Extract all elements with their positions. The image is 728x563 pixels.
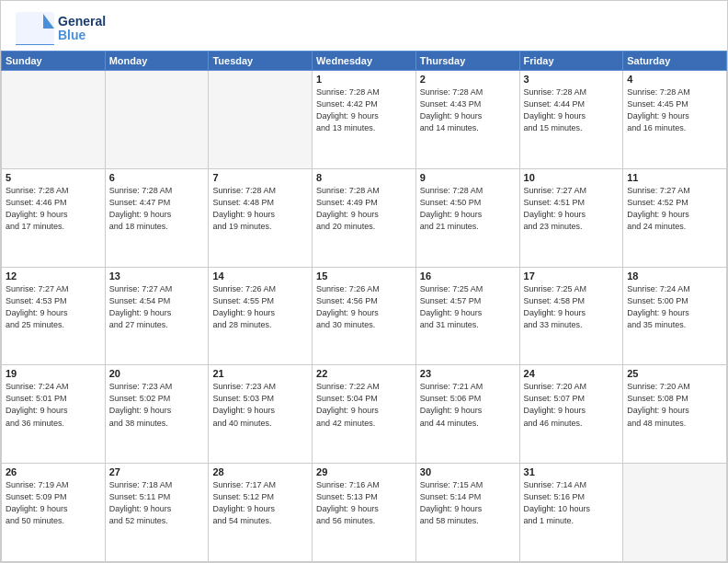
week-row-3: 19Sunrise: 7:24 AM Sunset: 5:01 PM Dayli… (2, 365, 727, 464)
day-cell: 18Sunrise: 7:24 AM Sunset: 5:00 PM Dayli… (623, 267, 727, 365)
logo: General Blue (16, 12, 106, 45)
day-number: 30 (420, 466, 516, 477)
day-info: Sunrise: 7:27 AM Sunset: 4:53 PM Dayligh… (6, 283, 101, 331)
day-info: Sunrise: 7:16 AM Sunset: 5:13 PM Dayligh… (316, 479, 412, 527)
day-info: Sunrise: 7:17 AM Sunset: 5:12 PM Dayligh… (212, 479, 308, 527)
day-info: Sunrise: 7:28 AM Sunset: 4:44 PM Dayligh… (524, 86, 620, 134)
day-number: 9 (420, 172, 516, 183)
day-info: Sunrise: 7:21 AM Sunset: 5:06 PM Dayligh… (420, 381, 516, 429)
week-row-2: 12Sunrise: 7:27 AM Sunset: 4:53 PM Dayli… (2, 267, 727, 365)
weekday-sunday: Sunday (2, 52, 106, 71)
day-info: Sunrise: 7:15 AM Sunset: 5:14 PM Dayligh… (420, 479, 516, 527)
day-cell: 17Sunrise: 7:25 AM Sunset: 4:58 PM Dayli… (519, 267, 623, 365)
day-info: Sunrise: 7:28 AM Sunset: 4:45 PM Dayligh… (627, 86, 722, 134)
weekday-wednesday: Wednesday (313, 52, 416, 71)
logo-general: General (58, 15, 106, 29)
day-cell: 21Sunrise: 7:23 AM Sunset: 5:03 PM Dayli… (209, 365, 313, 464)
week-row-1: 5Sunrise: 7:28 AM Sunset: 4:46 PM Daylig… (2, 168, 727, 267)
day-number: 14 (212, 270, 308, 282)
day-cell: 14Sunrise: 7:26 AM Sunset: 4:55 PM Dayli… (209, 267, 313, 365)
day-cell: 7Sunrise: 7:28 AM Sunset: 4:48 PM Daylig… (209, 168, 313, 267)
weekday-thursday: Thursday (415, 52, 519, 71)
day-number: 26 (6, 466, 101, 477)
day-number: 1 (316, 74, 412, 85)
day-info: Sunrise: 7:19 AM Sunset: 5:09 PM Dayligh… (6, 479, 101, 527)
day-cell: 28Sunrise: 7:17 AM Sunset: 5:12 PM Dayli… (209, 464, 313, 562)
day-cell: 24Sunrise: 7:20 AM Sunset: 5:07 PM Dayli… (519, 365, 623, 464)
day-number: 2 (420, 74, 516, 85)
week-row-0: 1Sunrise: 7:28 AM Sunset: 4:42 PM Daylig… (2, 71, 727, 169)
day-info: Sunrise: 7:22 AM Sunset: 5:04 PM Dayligh… (316, 381, 412, 429)
day-number: 5 (6, 172, 101, 183)
day-number: 24 (524, 368, 620, 379)
day-number: 7 (212, 172, 308, 183)
day-number: 6 (109, 172, 205, 183)
weekday-saturday: Saturday (623, 52, 727, 71)
day-info: Sunrise: 7:27 AM Sunset: 4:52 PM Dayligh… (627, 185, 722, 233)
day-cell (2, 71, 106, 169)
day-cell: 1Sunrise: 7:28 AM Sunset: 4:42 PM Daylig… (313, 71, 416, 169)
day-number: 25 (627, 368, 722, 379)
week-row-4: 26Sunrise: 7:19 AM Sunset: 5:09 PM Dayli… (2, 464, 727, 562)
day-number: 11 (627, 172, 722, 183)
day-cell: 13Sunrise: 7:27 AM Sunset: 4:54 PM Dayli… (105, 267, 209, 365)
day-cell: 15Sunrise: 7:26 AM Sunset: 4:56 PM Dayli… (313, 267, 416, 365)
weekday-header-row: SundayMondayTuesdayWednesdayThursdayFrid… (2, 52, 727, 71)
weekday-monday: Monday (105, 52, 209, 71)
day-cell: 30Sunrise: 7:15 AM Sunset: 5:14 PM Dayli… (415, 464, 519, 562)
day-info: Sunrise: 7:24 AM Sunset: 5:01 PM Dayligh… (6, 381, 101, 429)
day-info: Sunrise: 7:26 AM Sunset: 4:56 PM Dayligh… (316, 283, 412, 331)
day-info: Sunrise: 7:27 AM Sunset: 4:51 PM Dayligh… (524, 185, 620, 233)
day-cell: 31Sunrise: 7:14 AM Sunset: 5:16 PM Dayli… (519, 464, 623, 562)
day-number: 15 (316, 270, 412, 282)
day-info: Sunrise: 7:25 AM Sunset: 4:58 PM Dayligh… (524, 283, 620, 331)
day-number: 23 (420, 368, 516, 379)
weekday-tuesday: Tuesday (209, 52, 313, 71)
day-number: 8 (316, 172, 412, 183)
day-number: 21 (212, 368, 308, 379)
day-number: 19 (6, 368, 101, 379)
day-number: 17 (524, 270, 620, 282)
weekday-friday: Friday (519, 52, 623, 71)
day-info: Sunrise: 7:24 AM Sunset: 5:00 PM Dayligh… (627, 283, 722, 331)
day-info: Sunrise: 7:27 AM Sunset: 4:54 PM Dayligh… (109, 283, 205, 331)
logo-svg (16, 12, 54, 45)
day-number: 27 (109, 466, 205, 477)
day-info: Sunrise: 7:23 AM Sunset: 5:03 PM Dayligh… (212, 381, 308, 429)
day-info: Sunrise: 7:28 AM Sunset: 4:46 PM Dayligh… (6, 185, 101, 233)
day-cell (209, 71, 313, 169)
day-info: Sunrise: 7:28 AM Sunset: 4:47 PM Dayligh… (109, 185, 205, 233)
day-cell: 19Sunrise: 7:24 AM Sunset: 5:01 PM Dayli… (2, 365, 106, 464)
calendar-table: SundayMondayTuesdayWednesdayThursdayFrid… (1, 51, 727, 562)
day-number: 13 (109, 270, 205, 282)
day-cell: 20Sunrise: 7:23 AM Sunset: 5:02 PM Dayli… (105, 365, 209, 464)
day-info: Sunrise: 7:20 AM Sunset: 5:08 PM Dayligh… (627, 381, 722, 429)
day-cell (623, 464, 727, 562)
day-cell: 25Sunrise: 7:20 AM Sunset: 5:08 PM Dayli… (623, 365, 727, 464)
day-cell (105, 71, 209, 169)
day-number: 3 (524, 74, 620, 85)
day-cell: 27Sunrise: 7:18 AM Sunset: 5:11 PM Dayli… (105, 464, 209, 562)
day-cell: 3Sunrise: 7:28 AM Sunset: 4:44 PM Daylig… (519, 71, 623, 169)
day-cell: 9Sunrise: 7:28 AM Sunset: 4:50 PM Daylig… (415, 168, 519, 267)
day-info: Sunrise: 7:28 AM Sunset: 4:43 PM Dayligh… (420, 86, 516, 134)
page-header: General Blue (1, 1, 727, 51)
day-cell: 23Sunrise: 7:21 AM Sunset: 5:06 PM Dayli… (415, 365, 519, 464)
day-number: 29 (316, 466, 412, 477)
day-number: 18 (627, 270, 722, 282)
day-info: Sunrise: 7:20 AM Sunset: 5:07 PM Dayligh… (524, 381, 620, 429)
day-cell: 11Sunrise: 7:27 AM Sunset: 4:52 PM Dayli… (623, 168, 727, 267)
day-cell: 8Sunrise: 7:28 AM Sunset: 4:49 PM Daylig… (313, 168, 416, 267)
day-number: 31 (524, 466, 620, 477)
day-info: Sunrise: 7:28 AM Sunset: 4:50 PM Dayligh… (420, 185, 516, 233)
day-cell: 26Sunrise: 7:19 AM Sunset: 5:09 PM Dayli… (2, 464, 106, 562)
logo-blue: Blue (58, 29, 106, 42)
day-number: 20 (109, 368, 205, 379)
day-number: 22 (316, 368, 412, 379)
day-info: Sunrise: 7:23 AM Sunset: 5:02 PM Dayligh… (109, 381, 205, 429)
day-info: Sunrise: 7:28 AM Sunset: 4:42 PM Dayligh… (316, 86, 412, 134)
day-number: 16 (420, 270, 516, 282)
day-cell: 29Sunrise: 7:16 AM Sunset: 5:13 PM Dayli… (313, 464, 416, 562)
day-cell: 10Sunrise: 7:27 AM Sunset: 4:51 PM Dayli… (519, 168, 623, 267)
day-info: Sunrise: 7:25 AM Sunset: 4:57 PM Dayligh… (420, 283, 516, 331)
